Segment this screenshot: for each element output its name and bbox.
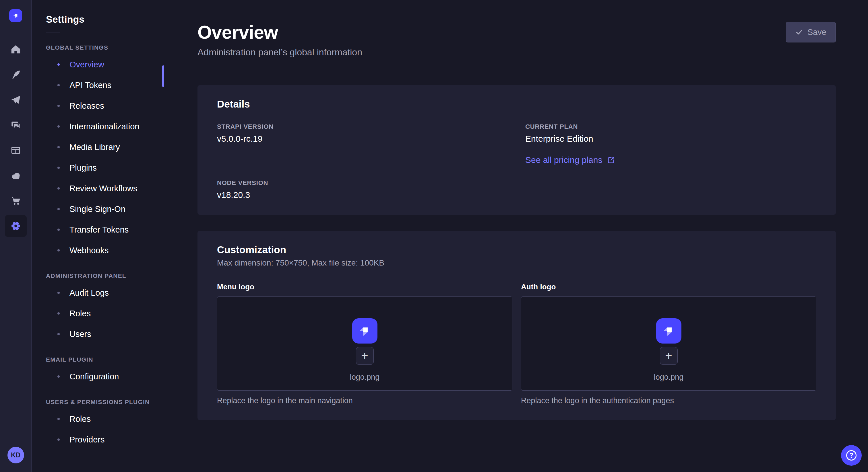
bullet-icon xyxy=(57,146,60,148)
auth-logo-dropzone[interactable]: + logo.png xyxy=(521,297,816,391)
sidebar-item-single-sign-on[interactable]: Single Sign-On xyxy=(46,199,165,220)
help-button[interactable]: ? xyxy=(841,445,862,466)
check-icon xyxy=(795,28,803,36)
content-manager-feather-icon[interactable] xyxy=(5,64,27,86)
page-subtitle: Administration panel’s global informatio… xyxy=(197,47,362,58)
bullet-icon xyxy=(57,187,60,190)
bullet-icon xyxy=(57,167,60,169)
section-label-users-permissions-plugin: USERS & PERMISSIONS PLUGIN xyxy=(46,396,165,409)
auth-logo-label: Auth logo xyxy=(521,282,816,291)
external-link-icon xyxy=(607,156,615,164)
sidebar-item-internationalization[interactable]: Internationalization xyxy=(46,116,165,137)
sidebar-item-api-tokens[interactable]: API Tokens xyxy=(46,75,165,96)
bullet-icon xyxy=(57,229,60,231)
customization-card: Customization Max dimension: 750×750, Ma… xyxy=(197,231,836,420)
strapi-logo-icon[interactable] xyxy=(9,9,22,22)
sidebar-item-up-roles[interactable]: Roles xyxy=(46,409,165,429)
bullet-icon xyxy=(57,418,60,420)
save-button[interactable]: Save xyxy=(786,22,836,42)
auth-logo-filename: logo.png xyxy=(654,373,684,382)
page-header: Overview Administration panel’s global i… xyxy=(197,22,836,58)
subnav-scrollbar-thumb[interactable] xyxy=(162,65,164,87)
sidebar-item-email-configuration[interactable]: Configuration xyxy=(46,366,165,387)
sidebar-item-up-providers[interactable]: Providers xyxy=(46,429,165,450)
menu-logo-hint: Replace the logo in the main navigation xyxy=(217,396,513,405)
sidebar-item-admin-roles[interactable]: Roles xyxy=(46,303,165,324)
menu-logo-preview-strapi-icon xyxy=(352,318,377,343)
auth-logo-add-button[interactable]: + xyxy=(660,347,678,365)
node-version-label: NODE VERSION xyxy=(217,179,508,187)
bullet-icon xyxy=(57,333,60,335)
rail-nav xyxy=(5,38,27,237)
question-mark-icon: ? xyxy=(846,450,857,461)
bullet-icon xyxy=(57,84,60,86)
auth-logo-preview-strapi-icon xyxy=(656,318,681,343)
sidebar-item-overview[interactable]: Overview xyxy=(46,54,165,75)
section-label-administration-panel: ADMINISTRATION PANEL xyxy=(46,269,165,282)
media-library-images-icon[interactable] xyxy=(5,114,27,136)
sidebar-item-audit-logs[interactable]: Audit Logs xyxy=(46,282,165,303)
rail-logo-section xyxy=(0,0,31,32)
current-plan-label: CURRENT PLAN xyxy=(525,123,816,131)
deploy-cloud-icon[interactable] xyxy=(5,165,27,187)
strapi-version-label: STRAPI VERSION xyxy=(217,123,508,131)
section-label-email-plugin: EMAIL PLUGIN xyxy=(46,353,165,366)
sidebar-item-transfer-tokens[interactable]: Transfer Tokens xyxy=(46,220,165,240)
strapi-version-value: v5.0.0-rc.19 xyxy=(217,134,508,144)
node-version-value: v18.20.3 xyxy=(217,190,508,200)
strapi-version-field: STRAPI VERSION v5.0.0-rc.19 xyxy=(217,123,508,165)
rail-avatar-section: KD xyxy=(0,439,31,472)
sidebar-item-webhooks[interactable]: Webhooks xyxy=(46,240,165,261)
app-window: KD Settings GLOBAL SETTINGS Overview API… xyxy=(0,0,868,472)
subnav-divider xyxy=(46,32,60,32)
page-title: Overview xyxy=(197,22,362,43)
email-plugin-list: Configuration xyxy=(46,366,165,387)
icon-rail: KD xyxy=(0,0,32,472)
subnav-title: Settings xyxy=(46,14,165,25)
pricing-plans-link[interactable]: See all pricing plans xyxy=(525,155,615,165)
bullet-icon xyxy=(57,312,60,314)
sidebar-item-releases[interactable]: Releases xyxy=(46,96,165,116)
menu-logo-add-button[interactable]: + xyxy=(356,347,374,365)
home-icon[interactable] xyxy=(5,38,27,60)
menu-logo-dropzone[interactable]: + logo.png xyxy=(217,297,513,391)
main-content: Overview Administration panel’s global i… xyxy=(165,0,868,472)
bullet-icon xyxy=(57,438,60,441)
global-settings-list: Overview API Tokens Releases Internation… xyxy=(46,54,165,261)
auth-logo-upload: Auth logo + logo.png Replace the logo in… xyxy=(521,282,816,405)
content-type-builder-layout-icon[interactable] xyxy=(5,139,27,161)
details-card-title: Details xyxy=(217,98,816,110)
sidebar-item-media-library[interactable]: Media Library xyxy=(46,137,165,158)
customization-card-title: Customization xyxy=(217,244,816,256)
bullet-icon xyxy=(57,105,60,107)
releases-paper-plane-icon[interactable] xyxy=(5,89,27,111)
section-label-global-settings: GLOBAL SETTINGS xyxy=(46,41,165,54)
users-permissions-list: Roles Providers xyxy=(46,409,165,450)
menu-logo-filename: logo.png xyxy=(350,373,380,382)
bullet-icon xyxy=(57,249,60,251)
sidebar-item-plugins[interactable]: Plugins xyxy=(46,158,165,178)
customization-constraints: Max dimension: 750×750, Max file size: 1… xyxy=(217,258,816,268)
details-card: Details STRAPI VERSION v5.0.0-rc.19 CURR… xyxy=(197,85,836,215)
sidebar-item-admin-users[interactable]: Users xyxy=(46,324,165,344)
node-version-field: NODE VERSION v18.20.3 xyxy=(217,179,508,200)
menu-logo-label: Menu logo xyxy=(217,282,513,291)
bullet-icon xyxy=(57,375,60,378)
bullet-icon xyxy=(57,292,60,294)
settings-subnav: Settings GLOBAL SETTINGS Overview API To… xyxy=(32,0,165,472)
bullet-icon xyxy=(57,208,60,210)
auth-logo-hint: Replace the logo in the authentication p… xyxy=(521,396,816,405)
administration-panel-list: Audit Logs Roles Users xyxy=(46,282,165,344)
bullet-icon xyxy=(57,125,60,128)
current-plan-value: Enterprise Edition xyxy=(525,134,816,144)
menu-logo-upload: Menu logo + logo.png Replace the logo in… xyxy=(217,282,513,405)
settings-gear-icon[interactable] xyxy=(5,215,27,237)
marketplace-cart-icon[interactable] xyxy=(5,190,27,212)
user-avatar[interactable]: KD xyxy=(7,447,24,463)
current-plan-field: CURRENT PLAN Enterprise Edition See all … xyxy=(525,123,816,165)
bullet-icon xyxy=(57,63,60,66)
sidebar-item-review-workflows[interactable]: Review Workflows xyxy=(46,178,165,199)
